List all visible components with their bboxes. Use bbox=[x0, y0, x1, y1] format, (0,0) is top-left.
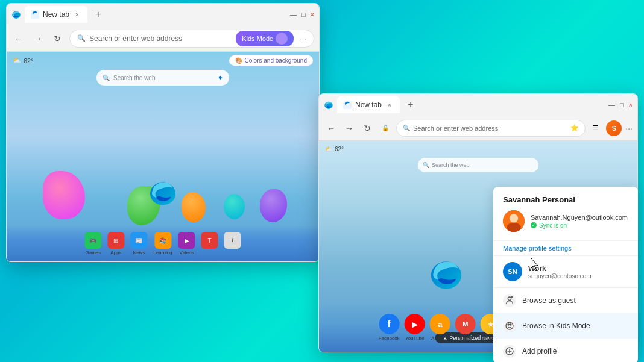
profile-row-main: Savannah.Nguyen@outlook.com ✓ Sync is on bbox=[503, 210, 628, 232]
work-profile-item[interactable]: SN Work snguyen@contoso.com bbox=[493, 256, 638, 288]
videos-icon: ▶ bbox=[178, 232, 195, 249]
svg-point-7 bbox=[510, 214, 518, 222]
browse-kids-mode-label: Browse in Kids Mode bbox=[522, 322, 590, 330]
t-icon: T bbox=[201, 232, 218, 249]
edge-icon-right bbox=[324, 100, 333, 110]
svg-point-12 bbox=[506, 322, 513, 329]
right-tab-favicon bbox=[343, 101, 352, 109]
right-tab-label: New tab bbox=[355, 101, 382, 109]
left-back-btn[interactable]: ← bbox=[11, 31, 26, 46]
left-refresh-btn[interactable]: ↻ bbox=[50, 31, 65, 46]
left-tab-add[interactable]: + bbox=[90, 6, 107, 23]
shortcut-amazon[interactable]: a Amazon bbox=[430, 314, 450, 341]
add-profile-label: Add profile bbox=[522, 347, 557, 355]
blob-pink bbox=[43, 171, 85, 219]
shortcut-t[interactable]: T bbox=[201, 232, 218, 255]
browse-kids-mode-icon bbox=[503, 319, 516, 332]
right-addressbar: ← → ↻ 🔒 🔍 Search or enter web address ⭐ … bbox=[319, 116, 637, 141]
add-profile-item[interactable]: Add profile bbox=[493, 339, 638, 362]
manage-profile-link[interactable]: Manage profile settings bbox=[493, 241, 638, 256]
right-profile-btn[interactable]: S bbox=[606, 120, 622, 136]
kids-mode-avatar bbox=[276, 33, 288, 45]
right-minimize-btn[interactable]: — bbox=[608, 101, 615, 108]
games-icon: 🎮 bbox=[84, 232, 101, 249]
facebook-icon: f bbox=[379, 314, 399, 334]
learning-icon: 📚 bbox=[154, 232, 171, 249]
left-addressbar: ← → ↻ 🔍 Search or enter web address Kids… bbox=[7, 25, 319, 52]
work-profile-name: Work bbox=[528, 264, 592, 273]
left-colors-btn[interactable]: 🎨 Colors and background bbox=[229, 55, 313, 66]
right-titlebar-controls: — □ × bbox=[608, 101, 633, 108]
svg-point-9 bbox=[508, 297, 511, 300]
left-browser-content: ⛅ 62° 🎨 Colors and background 🔍 Search t… bbox=[7, 52, 319, 261]
edge-logo-left bbox=[148, 177, 178, 207]
amazon-icon: a bbox=[430, 314, 450, 334]
left-weather: ⛅ 62° bbox=[13, 57, 34, 64]
shortcut-gmail[interactable]: M Gmail bbox=[455, 314, 476, 341]
left-minimize-btn[interactable]: — bbox=[290, 11, 297, 18]
kids-mode-label: Kids Mode bbox=[242, 35, 273, 42]
blob-purple bbox=[260, 189, 287, 222]
left-kids-mode-btn[interactable]: Kids Mode bbox=[236, 31, 294, 46]
work-profile-email: snguyen@contoso.com bbox=[528, 273, 592, 279]
left-tab-icon bbox=[31, 10, 39, 19]
right-search-bar[interactable]: 🔍 Search the web bbox=[418, 158, 538, 172]
right-more-btn[interactable]: ··· bbox=[625, 123, 633, 133]
right-back-btn[interactable]: ← bbox=[324, 121, 338, 136]
right-titlebar: New tab × + — □ × bbox=[319, 94, 637, 116]
main-profile-avatar bbox=[503, 210, 525, 232]
right-maximize-btn[interactable]: □ bbox=[620, 101, 624, 108]
gmail-icon: M bbox=[455, 314, 476, 334]
sync-status-dot: ✓ bbox=[531, 222, 537, 228]
left-browser-window: New tab × + — □ × ← → ↻ 🔍 Search or ente… bbox=[6, 3, 320, 262]
left-tab-close[interactable]: × bbox=[73, 10, 81, 19]
browse-as-guest-item[interactable]: Browse as guest bbox=[493, 288, 638, 313]
left-forward-btn[interactable]: → bbox=[31, 31, 45, 46]
right-tab-newtab[interactable]: New tab × bbox=[337, 96, 400, 113]
avatar-svg bbox=[503, 210, 525, 232]
right-collections-btn[interactable]: ☰ bbox=[589, 122, 602, 135]
svg-point-13 bbox=[508, 324, 509, 325]
right-forward-btn[interactable]: → bbox=[342, 121, 356, 136]
right-close-btn[interactable]: × bbox=[629, 101, 633, 108]
shortcut-apps[interactable]: ⊞ Apps bbox=[107, 232, 124, 255]
browse-kids-mode-item[interactable]: Browse in Kids Mode bbox=[493, 313, 638, 339]
browse-as-guest-label: Browse as guest bbox=[522, 296, 576, 305]
shortcut-videos[interactable]: ▶ Videos bbox=[178, 232, 195, 255]
left-search-bar[interactable]: 🔍 Search the web ✦ bbox=[96, 70, 229, 86]
blob-teal bbox=[224, 194, 245, 219]
left-maximize-btn[interactable]: □ bbox=[301, 11, 306, 18]
right-address-input[interactable]: 🔍 Search or enter web address ⭐ bbox=[396, 120, 586, 137]
left-close-btn[interactable]: × bbox=[311, 11, 314, 18]
shortcut-add-left[interactable]: + bbox=[224, 232, 241, 255]
blob-orange bbox=[182, 192, 206, 222]
svg-point-14 bbox=[510, 324, 511, 325]
right-refresh-btn[interactable]: ↻ bbox=[360, 121, 374, 136]
left-more-btn[interactable]: ··· bbox=[300, 34, 306, 43]
left-tab-label: New tab bbox=[43, 10, 69, 19]
work-profile-info: Work snguyen@contoso.com bbox=[528, 264, 592, 279]
shortcut-news[interactable]: 📰 News bbox=[130, 232, 147, 255]
right-weather: ⛅ 62° bbox=[325, 146, 344, 152]
left-address-placeholder: Search or enter web address bbox=[89, 34, 232, 43]
shortcut-youtube[interactable]: ▶ YouTube bbox=[405, 314, 425, 341]
left-titlebar-controls: — □ × bbox=[290, 11, 314, 18]
work-profile-avatar: SN bbox=[503, 262, 522, 281]
shortcut-learning[interactable]: 📚 Learning bbox=[153, 232, 172, 255]
add-profile-icon bbox=[503, 345, 516, 358]
right-lock-icon: 🔒 bbox=[378, 121, 393, 136]
news-icon: 📰 bbox=[130, 232, 147, 249]
right-tab-add[interactable]: + bbox=[402, 96, 419, 113]
right-tab-close[interactable]: × bbox=[385, 101, 394, 109]
sync-text: Sync is on bbox=[539, 222, 567, 229]
left-tab-newtab[interactable]: New tab × bbox=[25, 6, 87, 23]
left-search-placeholder: Search the web bbox=[113, 75, 156, 81]
add-shortcut-icon-left: + bbox=[224, 232, 241, 249]
right-search-placeholder: Search the web bbox=[432, 162, 470, 168]
edge-logo-right bbox=[428, 255, 464, 292]
shortcut-facebook[interactable]: f Facebook bbox=[379, 314, 400, 341]
shortcut-games[interactable]: 🎮 Games bbox=[84, 232, 101, 255]
left-address-input[interactable]: 🔍 Search or enter web address Kids Mode … bbox=[69, 30, 314, 48]
sync-row: ✓ Sync is on bbox=[531, 222, 628, 229]
right-address-placeholder: Search or enter web address bbox=[413, 125, 567, 132]
